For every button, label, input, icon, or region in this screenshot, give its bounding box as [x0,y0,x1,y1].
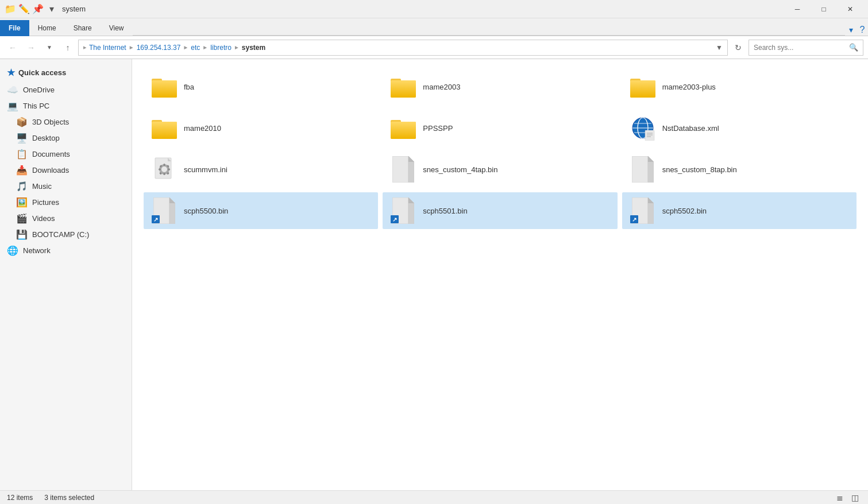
svg-marker-47 [408,197,414,203]
file-item-scph5501[interactable]: ↗ scph5501.bin [383,192,617,229]
file-name-snes8tap: snes_custom_8tap.bin [662,165,737,174]
videos-label: Videos [32,214,55,223]
file-item-mame2010[interactable]: mame2010 [144,110,378,146]
sidebar: ★ Quick access ☁️ OneDrive 💻 This PC 📦 3… [0,59,132,490]
help-icon[interactable]: ? [857,24,868,36]
svg-rect-30 [159,169,161,170]
file-item-mame2003[interactable]: mame2003 [383,68,617,105]
file-item-mame2003plus[interactable]: mame2003-plus [622,68,857,105]
breadcrumb-libretro[interactable]: libretro [210,44,232,52]
sidebar-item-downloads[interactable]: 📥 Downloads [0,162,132,178]
forward-button[interactable]: → [23,40,39,56]
sidebar-item-onedrive[interactable]: ☁️ OneDrive [0,82,132,98]
svg-point-27 [161,166,167,172]
tab-home[interactable]: Home [29,20,65,36]
bin-shortcut-icon-scph5500: ↗ [151,197,178,224]
svg-rect-2 [152,80,177,98]
search-input[interactable] [754,44,847,52]
network-icon: 🌐 [7,245,18,256]
file-name-ppsspp: PPSSPP [423,124,453,133]
ini-icon [151,156,178,183]
file-item-nstdatabase[interactable]: NstDatabase.xml [622,110,857,146]
file-item-ppsspp[interactable]: PPSSPP [383,110,617,146]
sidebar-item-3dobjects[interactable]: 📦 3D Objects [0,114,132,130]
shortcut-arrow-scph5502: ↗ [630,215,638,223]
back-button[interactable]: ← [5,40,21,56]
folder-icon-fba [151,73,178,100]
sidebar-item-music[interactable]: 🎵 Music [0,178,132,194]
sidebar-quick-access[interactable]: ★ Quick access [0,64,132,82]
file-item-scummvm[interactable]: scummvm.ini [144,151,378,188]
sidebar-item-network[interactable]: 🌐 Network [0,242,132,258]
tiles-view-button[interactable]: ◫ [848,492,861,503]
window-controls: ─ □ ✕ [784,0,863,18]
status-bar: 12 items 3 items selected ≣ ◫ [0,490,868,504]
details-view-button[interactable]: ≣ [834,492,846,503]
maximize-button[interactable]: □ [811,0,837,18]
svg-rect-36 [392,156,408,183]
svg-rect-11 [152,122,177,139]
breadcrumb-ip[interactable]: 169.254.13.37 [137,44,181,52]
sidebar-item-thispc[interactable]: 💻 This PC [0,98,132,114]
minimize-button[interactable]: ─ [784,0,811,18]
refresh-button[interactable]: ↻ [730,40,746,56]
svg-marker-44 [169,197,175,203]
title-bar-icons: 📁 ✏️ 📌 ▾ [5,3,57,15]
breadcrumb-the-internet[interactable]: The Internet [89,44,126,52]
tab-share[interactable]: Share [65,20,101,36]
tab-view[interactable]: View [101,20,133,36]
svg-rect-31 [168,169,170,170]
svg-rect-8 [630,80,655,98]
up-button[interactable]: ↑ [60,40,76,56]
file-item-snes4tap[interactable]: snes_custom_4tap.bin [383,151,617,188]
recent-locations-button[interactable]: ▼ [41,40,57,56]
svg-marker-38 [408,156,414,162]
sidebar-item-pictures[interactable]: 🖼️ Pictures [0,194,132,210]
music-icon: 🎵 [16,180,28,192]
breadcrumb-etc[interactable]: etc [191,44,200,52]
breadcrumb-sep-4: ► [234,44,240,51]
downloads-icon: 📥 [16,164,28,176]
breadcrumb-sep-1: ► [129,44,134,51]
bootcamp-icon: 💾 [16,228,28,240]
svg-rect-29 [164,173,165,175]
ribbon: File Home Share View ▾ ? [0,18,868,36]
bootcamp-label: BOOTCAMP (C:) [32,230,89,239]
onedrive-label: OneDrive [23,86,55,94]
main-layout: ★ Quick access ☁️ OneDrive 💻 This PC 📦 3… [0,59,868,490]
file-item-scph5502[interactable]: ↗ scph5502.bin [622,192,857,229]
sidebar-item-bootcamp[interactable]: 💾 BOOTCAMP (C:) [0,226,132,242]
file-name-snes4tap: snes_custom_4tap.bin [423,165,497,174]
sidebar-item-documents[interactable]: 📋 Documents [0,146,132,162]
quick-access-star-icon: ★ [7,67,15,78]
ribbon-collapse-icon[interactable]: ▾ [845,24,857,36]
address-chevron-icon[interactable]: ▼ [716,44,723,52]
breadcrumb-sep-3: ► [202,44,208,51]
music-label: Music [32,182,52,191]
file-name-mame2010: mame2010 [184,124,221,133]
tab-file[interactable]: File [0,20,29,36]
sidebar-item-desktop[interactable]: 🖥️ Desktop [0,130,132,146]
close-button[interactable]: ✕ [837,0,863,18]
file-name-fba: fba [184,83,194,91]
item-count: 12 items [7,494,33,502]
folder-icon-mame2010 [151,114,178,142]
content-area: fba mame2003 m [132,59,868,490]
dropdown-icon[interactable]: ▾ [46,3,57,15]
file-item-fba[interactable]: fba [144,68,378,105]
selection-count: 3 items selected [44,494,94,502]
file-name-scummvm: scummvm.ini [184,165,227,174]
address-bar: ← → ▼ ↑ ▸ The Internet ► 169.254.13.37 ►… [0,36,868,59]
nst-icon [629,114,657,142]
folder-icon-mame2003 [389,73,417,100]
file-name-mame2003: mame2003 [423,83,460,91]
file-item-scph5500[interactable]: ↗ scph5500.bin [144,192,378,229]
breadcrumb-folder-icon: ▸ [83,44,87,51]
quick-access-label: Quick access [18,68,66,77]
desktop-label: Desktop [32,134,60,142]
documents-icon: 📋 [16,148,28,160]
sidebar-item-videos[interactable]: 🎬 Videos [0,210,132,226]
network-label: Network [23,246,51,255]
file-item-snes8tap[interactable]: snes_custom_8tap.bin [622,151,857,188]
onedrive-icon: ☁️ [7,84,18,95]
